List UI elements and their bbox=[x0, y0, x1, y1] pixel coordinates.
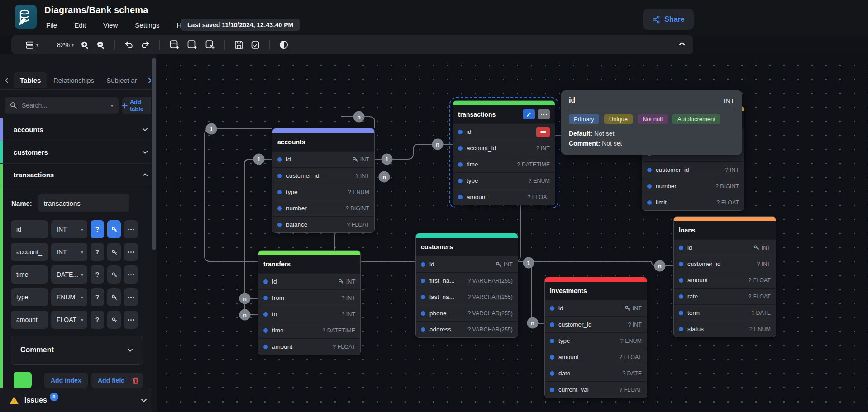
nullable-toggle-button[interactable]: ? bbox=[91, 288, 104, 306]
app-logo[interactable] bbox=[15, 5, 37, 29]
field-type-select[interactable]: FLOAT▾ bbox=[51, 311, 87, 329]
issues-bar[interactable]: Issues 0 bbox=[0, 388, 157, 412]
field-more-button[interactable] bbox=[124, 288, 138, 306]
table-field-row-customer_id[interactable]: customer_id? INT bbox=[545, 317, 647, 332]
table-field-row-current_val[interactable]: current_val? FLOAT bbox=[545, 382, 647, 398]
table-field-row-last_na...[interactable]: last_na...? VARCHAR(255) bbox=[416, 289, 518, 305]
relationship-line[interactable] bbox=[375, 144, 453, 159]
table-field-row-account_id[interactable]: account_id? INT bbox=[453, 140, 555, 156]
field-name-input[interactable]: time bbox=[11, 265, 48, 284]
relationship-line[interactable] bbox=[515, 261, 544, 323]
table-field-row-type[interactable]: type? ENUM bbox=[272, 184, 374, 200]
delete-table-button[interactable] bbox=[128, 373, 143, 388]
nullable-toggle-button[interactable]: ? bbox=[91, 243, 104, 261]
table-field-row-amount[interactable]: amount? FLOAT bbox=[453, 189, 555, 205]
field-more-button[interactable] bbox=[124, 311, 138, 329]
table-field-row-number[interactable]: number? BIGINT bbox=[272, 200, 374, 216]
add-index-button[interactable]: Add index bbox=[44, 373, 88, 388]
add-table-button[interactable]: Add table bbox=[122, 97, 154, 114]
menu-item-settings[interactable]: Settings bbox=[133, 20, 161, 30]
table-field-row-term[interactable]: term? DATE bbox=[674, 305, 776, 321]
menu-item-edit[interactable]: Edit bbox=[72, 20, 88, 30]
add-table-icon[interactable] bbox=[169, 39, 180, 50]
table-field-row-type[interactable]: type? ENUM bbox=[453, 173, 555, 189]
table-field-row-first_na...[interactable]: first_na...? VARCHAR(255) bbox=[416, 273, 518, 289]
nullable-toggle-button[interactable]: ? bbox=[91, 311, 104, 329]
share-button[interactable]: Share bbox=[643, 9, 694, 30]
sidebar-table-item-accounts[interactable]: accounts bbox=[0, 118, 157, 141]
table-field-row-id[interactable]: id INT bbox=[272, 152, 374, 167]
table-field-row-id[interactable]: id INT bbox=[545, 300, 647, 316]
diagram-table-accounts[interactable]: accounts id INT customer_id? INT type? E… bbox=[272, 128, 375, 233]
table-field-row-id[interactable]: id INT bbox=[258, 274, 360, 289]
table-field-row-to[interactable]: to? INT bbox=[258, 306, 360, 322]
primary-key-button[interactable] bbox=[107, 243, 121, 261]
table-field-row-id[interactable]: id INT bbox=[674, 240, 776, 256]
table-field-row-type[interactable]: type? ENUM bbox=[545, 333, 647, 349]
field-more-button[interactable] bbox=[124, 243, 138, 261]
table-field-row-time[interactable]: time? DATETIME bbox=[258, 322, 360, 338]
field-type-select[interactable]: ENUM▾ bbox=[51, 288, 87, 306]
field-name-input[interactable]: amount bbox=[11, 311, 48, 329]
field-name-input[interactable]: type bbox=[11, 288, 48, 306]
issues-chevron-icon[interactable] bbox=[140, 397, 148, 404]
table-field-row-amount[interactable]: amount? FLOAT bbox=[674, 272, 776, 288]
tabs-scroll-left-icon[interactable] bbox=[0, 77, 14, 84]
diagram-table-customers[interactable]: customers id INT first_na...? VARCHAR(25… bbox=[415, 233, 518, 338]
zoom-level-dropdown[interactable]: 82% ▾ bbox=[57, 41, 74, 48]
save-icon[interactable] bbox=[234, 40, 244, 50]
add-note-icon[interactable] bbox=[204, 39, 215, 50]
table-field-row-customer_id[interactable]: customer_id? INT bbox=[642, 162, 744, 178]
tab-tables[interactable]: Tables bbox=[14, 72, 47, 88]
table-field-row-date[interactable]: date? DATE bbox=[545, 365, 647, 381]
field-more-button[interactable] bbox=[124, 220, 138, 238]
nullable-toggle-button[interactable]: ? bbox=[91, 220, 104, 238]
table-field-row-address[interactable]: address? VARCHAR(255) bbox=[416, 322, 518, 337]
table-field-row-time[interactable]: time? DATETIME bbox=[453, 156, 555, 172]
table-field-row-amount[interactable]: amount? FLOAT bbox=[545, 349, 647, 365]
table-field-row-customer_id[interactable]: customer_id? INT bbox=[674, 256, 776, 272]
primary-key-button[interactable] bbox=[107, 220, 121, 238]
scrollbar-thumb[interactable] bbox=[152, 58, 156, 250]
primary-key-button[interactable] bbox=[107, 265, 121, 284]
table-more-button[interactable] bbox=[538, 109, 550, 119]
add-field-button[interactable]: Add field bbox=[91, 373, 131, 388]
table-field-row-customer_id[interactable]: customer_id? INT bbox=[272, 168, 374, 184]
diagram-canvas[interactable]: 1 n n 1 n 1 n 1 n 1 n bbox=[157, 54, 868, 412]
tab-relationships[interactable]: Relationships bbox=[47, 72, 100, 88]
sidebar-table-item-transactions[interactable]: transactions bbox=[0, 164, 157, 186]
edit-table-button[interactable] bbox=[523, 109, 535, 119]
diagram-table-loans[interactable]: loans id INT customer_id? INT amount? FL… bbox=[673, 216, 776, 337]
nullable-toggle-button[interactable]: ? bbox=[91, 265, 104, 284]
relationship-line[interactable] bbox=[341, 117, 375, 128]
table-color-swatch[interactable] bbox=[14, 372, 32, 388]
diagram-table-transactions[interactable]: transactions id account_id? INT time? DA… bbox=[453, 100, 555, 205]
primary-key-button[interactable] bbox=[107, 288, 121, 306]
table-field-row-status[interactable]: status? ENUM bbox=[674, 321, 776, 337]
undo-icon[interactable] bbox=[124, 40, 134, 49]
redo-icon[interactable] bbox=[140, 40, 150, 49]
diagram-table-investments[interactable]: investments id INT customer_id? INT type… bbox=[544, 277, 647, 398]
field-type-select[interactable]: INT▾ bbox=[51, 243, 87, 261]
zoom-in-icon[interactable] bbox=[80, 40, 90, 50]
table-field-row-phone[interactable]: phone? VARCHAR(255) bbox=[416, 305, 518, 321]
sidebar-scrollbar[interactable] bbox=[151, 54, 157, 412]
field-type-select[interactable]: DATE...▾ bbox=[51, 265, 87, 284]
table-field-row-rate[interactable]: rate? FLOAT bbox=[674, 289, 776, 304]
table-name-input[interactable]: transactions bbox=[38, 194, 129, 212]
zoom-out-icon[interactable] bbox=[96, 40, 105, 50]
primary-key-button[interactable] bbox=[107, 311, 121, 329]
table-field-row-id[interactable]: id INT bbox=[416, 256, 518, 272]
table-field-row-from[interactable]: from? INT bbox=[258, 290, 360, 306]
menu-item-file[interactable]: File bbox=[44, 20, 59, 30]
table-field-row-limit[interactable]: limit? FLOAT bbox=[642, 194, 744, 210]
sidebar-table-item-customers[interactable]: customers bbox=[0, 141, 157, 164]
menu-item-view[interactable]: View bbox=[101, 20, 119, 30]
layout-picker-icon[interactable]: ▾ bbox=[25, 40, 38, 50]
relationship-line[interactable] bbox=[515, 261, 673, 266]
relationship-line[interactable] bbox=[205, 129, 272, 261]
table-field-row-id[interactable]: id bbox=[453, 124, 555, 140]
table-field-row-number[interactable]: number? BIGINT bbox=[642, 178, 744, 194]
collapse-toolbar-icon[interactable] bbox=[678, 40, 686, 48]
table-field-row-balance[interactable]: balance? FLOAT bbox=[272, 217, 374, 232]
